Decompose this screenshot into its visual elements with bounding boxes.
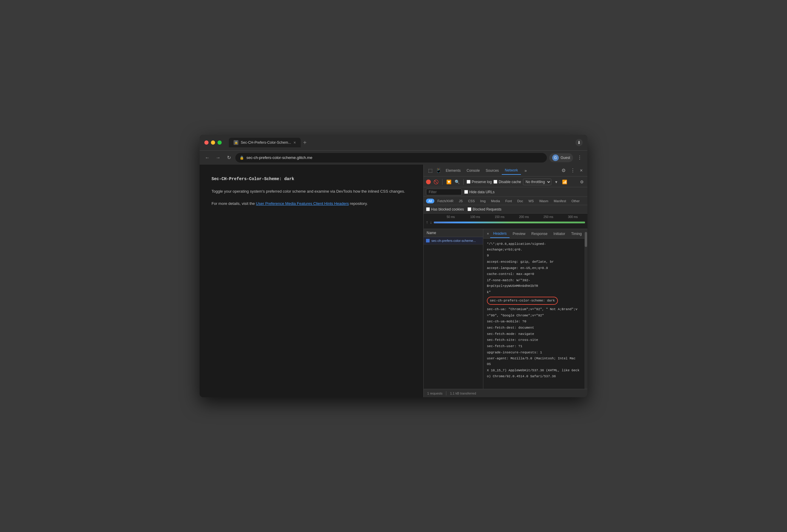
- tab-title: Sec-CH-Prefers-Color-Schem...: [241, 140, 291, 145]
- header-line-12: sec-fetch-dest: document: [487, 325, 581, 331]
- filter-css-button[interactable]: CSS: [466, 199, 477, 203]
- devtools-settings-icon[interactable]: ⚙: [559, 167, 568, 174]
- inspector-device-icon[interactable]: 📱: [434, 167, 443, 175]
- blocked-requests-text: Blocked Requests: [472, 207, 502, 212]
- headers-close-x[interactable]: ×: [486, 230, 490, 238]
- reload-button[interactable]: ↻: [225, 154, 233, 162]
- tab-preview[interactable]: Preview: [510, 230, 528, 238]
- tab-network[interactable]: Network: [502, 167, 521, 175]
- new-tab-button[interactable]: +: [303, 139, 307, 146]
- minimize-traffic-light[interactable]: [211, 140, 215, 145]
- request-row[interactable]: sec-ch-prefers-color-scheme...: [424, 237, 483, 245]
- close-traffic-light[interactable]: [204, 140, 209, 145]
- filter-wasm-button[interactable]: Wasm: [537, 199, 551, 203]
- throttle-arrow-icon[interactable]: ▾: [553, 179, 560, 185]
- preserve-log-input[interactable]: [467, 180, 470, 184]
- devtools-close-icon[interactable]: ×: [578, 167, 585, 174]
- record-button[interactable]: [426, 179, 431, 184]
- hide-data-urls-checkbox[interactable]: [464, 190, 468, 194]
- throttle-select[interactable]: No throttling: [523, 179, 551, 185]
- highlighted-header-text: sec-ch-prefers-color-scheme: dark: [487, 297, 558, 305]
- header-line-11: sec-ch-ua-mobile: ?0: [487, 318, 581, 325]
- inspector-cursor-icon[interactable]: ⬚: [426, 167, 434, 175]
- disable-cache-input[interactable]: [493, 180, 497, 184]
- paragraph-2-suffix: repository.: [349, 201, 367, 206]
- header-line-5: cache-control: max-age=0: [487, 271, 581, 277]
- profile-button[interactable]: G Guest: [549, 153, 573, 162]
- back-button[interactable]: ←: [203, 154, 212, 162]
- tab-initiator[interactable]: Initiator: [550, 230, 568, 238]
- tab-elements[interactable]: Elements: [443, 167, 464, 174]
- tab-bar: 🔒 Sec-CH-Prefers-Color-Schem... × + ⬇: [229, 138, 583, 147]
- vertical-scrollbar-thumb[interactable]: [585, 232, 587, 247]
- filter-js-button[interactable]: JS: [456, 199, 465, 203]
- filter-button[interactable]: 🔽: [445, 179, 452, 185]
- has-blocked-cookies-input[interactable]: [426, 207, 430, 211]
- devtools-panel: ⬚ 📱 Elements Console Sources Network » ⚙…: [423, 164, 588, 397]
- more-tabs-button[interactable]: »: [522, 167, 529, 174]
- filter-fetchxhr-button[interactable]: Fetch/XHR: [435, 199, 456, 203]
- filter-ws-button[interactable]: WS: [526, 199, 536, 203]
- vertical-scrollbar[interactable]: [584, 229, 588, 389]
- timeline-progress-bar: [434, 222, 585, 223]
- network-conditions-icon[interactable]: 📶: [561, 179, 568, 185]
- tab-response[interactable]: Response: [528, 230, 550, 238]
- header-line-17: user-agent: Mozilla/5.0 (Macintosh; Inte…: [487, 355, 581, 367]
- name-column-header: Name: [424, 229, 483, 237]
- preserve-log-checkbox[interactable]: Preserve log: [467, 180, 492, 184]
- filter-doc-button[interactable]: Doc: [515, 199, 526, 203]
- blocked-requests-input[interactable]: [467, 207, 471, 211]
- devtools-more-icon[interactable]: ⋮: [568, 167, 578, 174]
- header-line-15: sec-fetch-user: ?1: [487, 343, 581, 350]
- page-link[interactable]: User Preference Media Features Client Hi…: [256, 201, 349, 206]
- header-line-6: if-none-match: W/"392-B+pCtpzl+pyWUSHMRn…: [487, 277, 581, 289]
- timeline-scroll-up-icon[interactable]: ↑: [426, 220, 428, 225]
- filter-input[interactable]: [426, 189, 462, 195]
- filter-img-button[interactable]: Img: [478, 199, 488, 203]
- filter-manifest-button[interactable]: Manifest: [551, 199, 569, 203]
- page-heading: Sec-CH-Prefers-Color-Scheme: dark: [212, 177, 411, 181]
- filter-other-button[interactable]: Other: [569, 199, 582, 203]
- stop-button[interactable]: 🚫: [432, 179, 439, 185]
- page-paragraph-2: For more details, visit the User Prefere…: [212, 201, 411, 207]
- header-line-13: sec-fetch-mode: navigate: [487, 331, 581, 337]
- header-line-3: accept-encoding: gzip, deflate, br: [487, 259, 581, 265]
- header-line-4: accept-language: en-US,en;q=0.9: [487, 265, 581, 271]
- address-bar[interactable]: 🔒 sec-ch-prefers-color-scheme.glitch.me: [235, 153, 547, 162]
- download-shield-icon[interactable]: ⬇: [575, 139, 583, 146]
- has-blocked-cookies-label[interactable]: Has blocked cookies: [426, 207, 464, 212]
- header-line-1: */\*;q=0.8,application/signed-exchange;v…: [487, 241, 581, 252]
- request-list-area: Name sec-ch-prefers-color-scheme... × He…: [424, 229, 588, 389]
- omnibar: ← → ↻ 🔒 sec-ch-prefers-color-scheme.glit…: [199, 150, 588, 164]
- filter-types-bar: All Fetch/XHR JS CSS Img Media Font Doc …: [424, 197, 588, 205]
- disable-cache-checkbox[interactable]: Disable cache: [493, 180, 521, 184]
- menu-button[interactable]: ⋮: [575, 154, 584, 162]
- header-line-16: upgrade-insecure-requests: 1: [487, 350, 581, 356]
- tab-close-button[interactable]: ×: [294, 140, 296, 145]
- timeline-label-300: 300 ms: [560, 215, 585, 219]
- header-line-10: ="99", "Google Chrome";v="92": [487, 312, 581, 319]
- hide-data-urls-label[interactable]: Hide data URLs: [464, 190, 495, 194]
- title-bar: 🔒 Sec-CH-Prefers-Color-Schem... × + ⬇: [199, 135, 588, 150]
- maximize-traffic-light[interactable]: [217, 140, 222, 145]
- tab-favicon: 🔒: [234, 140, 238, 145]
- filter-font-button[interactable]: Font: [503, 199, 514, 203]
- network-settings-icon[interactable]: ⚙: [578, 179, 585, 185]
- blocked-requests-label[interactable]: Blocked Requests: [467, 207, 502, 212]
- search-button[interactable]: 🔍: [454, 179, 460, 185]
- browser-window: 🔒 Sec-CH-Prefers-Color-Schem... × + ⬇ ← …: [199, 135, 588, 397]
- status-bar: 1 requests 1.1 kB transferred: [424, 389, 588, 397]
- filter-all-button[interactable]: All: [426, 199, 434, 203]
- disable-cache-label: Disable cache: [498, 180, 521, 184]
- tab-timing[interactable]: Timing: [568, 230, 584, 238]
- timeline-scroll-down-icon[interactable]: ↓: [430, 220, 432, 225]
- paragraph-2-prefix: For more details, visit the: [212, 201, 256, 206]
- filter-bar: Hide data URLs: [424, 187, 588, 197]
- tab-sources[interactable]: Sources: [483, 167, 502, 174]
- tab-console[interactable]: Console: [464, 167, 483, 174]
- active-tab[interactable]: 🔒 Sec-CH-Prefers-Color-Schem... ×: [229, 138, 301, 147]
- headers-tabs: × Headers Preview Response Initiator Tim…: [483, 229, 584, 239]
- tab-headers[interactable]: Headers: [490, 229, 510, 238]
- filter-media-button[interactable]: Media: [489, 199, 503, 203]
- forward-button[interactable]: →: [214, 154, 222, 162]
